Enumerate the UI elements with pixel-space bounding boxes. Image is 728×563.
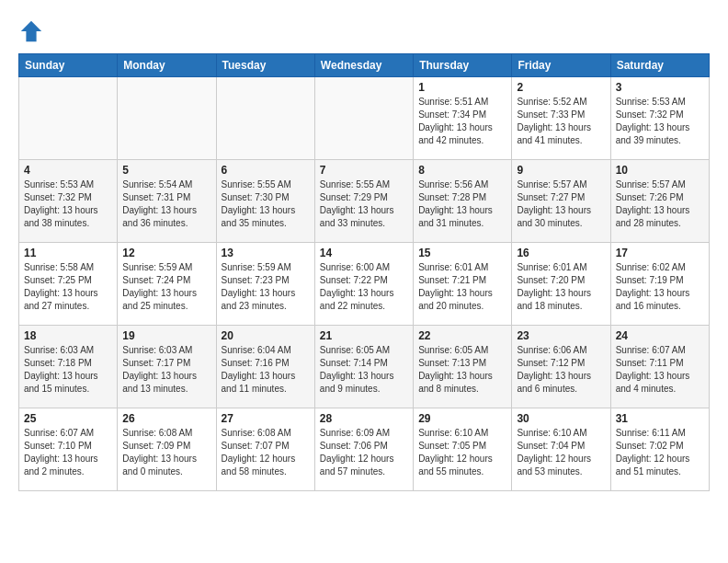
day-info: Sunrise: 6:00 AMSunset: 7:22 PMDaylight:… <box>320 261 408 313</box>
calendar-header-wednesday: Wednesday <box>314 54 413 77</box>
calendar-week-row: 1Sunrise: 5:51 AMSunset: 7:34 PMDaylight… <box>19 77 710 160</box>
day-number: 6 <box>222 164 310 177</box>
day-info: Sunrise: 5:57 AMSunset: 7:26 PMDaylight:… <box>616 178 704 230</box>
day-number: 7 <box>320 164 408 177</box>
day-number: 30 <box>517 412 605 425</box>
calendar-header-tuesday: Tuesday <box>216 54 314 77</box>
calendar-header-thursday: Thursday <box>414 54 512 77</box>
day-number: 15 <box>418 247 506 259</box>
calendar-cell: 24Sunrise: 6:07 AMSunset: 7:11 PMDayligh… <box>610 326 709 408</box>
calendar-cell: 5Sunrise: 5:54 AMSunset: 7:31 PMDaylight… <box>118 160 216 243</box>
day-info: Sunrise: 6:09 AMSunset: 7:06 PMDaylight:… <box>320 427 408 478</box>
calendar-cell: 19Sunrise: 6:03 AMSunset: 7:17 PMDayligh… <box>118 326 216 408</box>
svg-marker-0 <box>21 21 41 41</box>
calendar-week-row: 11Sunrise: 5:58 AMSunset: 7:25 PMDayligh… <box>19 243 710 326</box>
calendar-cell: 11Sunrise: 5:58 AMSunset: 7:25 PMDayligh… <box>19 243 118 326</box>
day-number: 5 <box>122 164 210 177</box>
day-number: 25 <box>24 412 112 425</box>
day-info: Sunrise: 6:07 AMSunset: 7:10 PMDaylight:… <box>24 427 112 478</box>
calendar-cell: 30Sunrise: 6:10 AMSunset: 7:04 PMDayligh… <box>512 408 610 491</box>
day-info: Sunrise: 6:07 AMSunset: 7:11 PMDaylight:… <box>616 344 704 396</box>
calendar-cell: 27Sunrise: 6:08 AMSunset: 7:07 PMDayligh… <box>216 408 314 491</box>
day-number: 14 <box>320 247 408 259</box>
day-number: 11 <box>24 247 112 259</box>
calendar-cell: 3Sunrise: 5:53 AMSunset: 7:32 PMDaylight… <box>610 77 709 160</box>
day-info: Sunrise: 6:10 AMSunset: 7:04 PMDaylight:… <box>517 427 605 478</box>
day-info: Sunrise: 5:56 AMSunset: 7:28 PMDaylight:… <box>418 178 506 230</box>
calendar-cell: 28Sunrise: 6:09 AMSunset: 7:06 PMDayligh… <box>314 408 413 491</box>
calendar-header-monday: Monday <box>118 54 216 77</box>
calendar-week-row: 25Sunrise: 6:07 AMSunset: 7:10 PMDayligh… <box>19 408 710 491</box>
calendar-cell <box>118 77 216 160</box>
day-number: 21 <box>320 329 408 342</box>
day-info: Sunrise: 5:51 AMSunset: 7:34 PMDaylight:… <box>418 96 506 147</box>
day-number: 22 <box>418 329 506 342</box>
day-info: Sunrise: 6:11 AMSunset: 7:02 PMDaylight:… <box>616 427 704 478</box>
day-number: 13 <box>222 247 310 259</box>
calendar-cell: 31Sunrise: 6:11 AMSunset: 7:02 PMDayligh… <box>610 408 709 491</box>
day-info: Sunrise: 5:59 AMSunset: 7:24 PMDaylight:… <box>122 261 210 313</box>
calendar-header-friday: Friday <box>512 54 610 77</box>
calendar-cell: 16Sunrise: 6:01 AMSunset: 7:20 PMDayligh… <box>512 243 610 326</box>
day-info: Sunrise: 5:59 AMSunset: 7:23 PMDaylight:… <box>222 261 310 313</box>
calendar-cell: 26Sunrise: 6:08 AMSunset: 7:09 PMDayligh… <box>118 408 216 491</box>
calendar-cell: 7Sunrise: 5:55 AMSunset: 7:29 PMDaylight… <box>314 160 413 243</box>
day-number: 10 <box>616 164 704 177</box>
calendar-cell: 21Sunrise: 6:05 AMSunset: 7:14 PMDayligh… <box>314 326 413 408</box>
day-number: 16 <box>517 247 605 259</box>
day-number: 2 <box>517 81 605 94</box>
calendar-cell: 12Sunrise: 5:59 AMSunset: 7:24 PMDayligh… <box>118 243 216 326</box>
calendar-header-row: SundayMondayTuesdayWednesdayThursdayFrid… <box>19 54 710 77</box>
calendar-cell: 9Sunrise: 5:57 AMSunset: 7:27 PMDaylight… <box>512 160 610 243</box>
calendar-cell: 25Sunrise: 6:07 AMSunset: 7:10 PMDayligh… <box>19 408 118 491</box>
day-info: Sunrise: 6:06 AMSunset: 7:12 PMDaylight:… <box>517 344 605 396</box>
calendar-cell: 1Sunrise: 5:51 AMSunset: 7:34 PMDaylight… <box>414 77 512 160</box>
day-info: Sunrise: 6:01 AMSunset: 7:21 PMDaylight:… <box>418 261 506 313</box>
page-header <box>18 18 710 44</box>
calendar-cell: 15Sunrise: 6:01 AMSunset: 7:21 PMDayligh… <box>414 243 512 326</box>
calendar-cell: 22Sunrise: 6:05 AMSunset: 7:13 PMDayligh… <box>414 326 512 408</box>
calendar-cell <box>314 77 413 160</box>
day-info: Sunrise: 5:55 AMSunset: 7:30 PMDaylight:… <box>222 178 310 230</box>
day-info: Sunrise: 6:08 AMSunset: 7:09 PMDaylight:… <box>122 427 210 478</box>
logo <box>18 18 48 44</box>
day-number: 3 <box>616 81 704 94</box>
day-info: Sunrise: 5:53 AMSunset: 7:32 PMDaylight:… <box>24 178 112 230</box>
day-info: Sunrise: 5:58 AMSunset: 7:25 PMDaylight:… <box>24 261 112 313</box>
day-number: 9 <box>517 164 605 177</box>
day-info: Sunrise: 5:54 AMSunset: 7:31 PMDaylight:… <box>122 178 210 230</box>
day-info: Sunrise: 6:01 AMSunset: 7:20 PMDaylight:… <box>517 261 605 313</box>
day-info: Sunrise: 5:57 AMSunset: 7:27 PMDaylight:… <box>517 178 605 230</box>
day-number: 4 <box>24 164 112 177</box>
calendar-week-row: 18Sunrise: 6:03 AMSunset: 7:18 PMDayligh… <box>19 326 710 408</box>
calendar: SundayMondayTuesdayWednesdayThursdayFrid… <box>18 53 710 491</box>
day-info: Sunrise: 6:02 AMSunset: 7:19 PMDaylight:… <box>616 261 704 313</box>
day-number: 28 <box>320 412 408 425</box>
calendar-cell: 2Sunrise: 5:52 AMSunset: 7:33 PMDaylight… <box>512 77 610 160</box>
logo-icon <box>18 18 44 44</box>
day-number: 24 <box>616 329 704 342</box>
day-number: 17 <box>616 247 704 259</box>
day-info: Sunrise: 5:55 AMSunset: 7:29 PMDaylight:… <box>320 178 408 230</box>
calendar-cell: 29Sunrise: 6:10 AMSunset: 7:05 PMDayligh… <box>414 408 512 491</box>
calendar-cell: 17Sunrise: 6:02 AMSunset: 7:19 PMDayligh… <box>610 243 709 326</box>
day-info: Sunrise: 6:05 AMSunset: 7:13 PMDaylight:… <box>418 344 506 396</box>
day-info: Sunrise: 6:08 AMSunset: 7:07 PMDaylight:… <box>222 427 310 478</box>
calendar-week-row: 4Sunrise: 5:53 AMSunset: 7:32 PMDaylight… <box>19 160 710 243</box>
day-number: 1 <box>418 81 506 94</box>
calendar-cell <box>216 77 314 160</box>
day-number: 20 <box>222 329 310 342</box>
day-number: 8 <box>418 164 506 177</box>
day-info: Sunrise: 6:10 AMSunset: 7:05 PMDaylight:… <box>418 427 506 478</box>
calendar-cell <box>19 77 118 160</box>
day-number: 18 <box>24 329 112 342</box>
day-number: 23 <box>517 329 605 342</box>
calendar-cell: 8Sunrise: 5:56 AMSunset: 7:28 PMDaylight… <box>414 160 512 243</box>
day-info: Sunrise: 6:05 AMSunset: 7:14 PMDaylight:… <box>320 344 408 396</box>
day-number: 12 <box>122 247 210 259</box>
day-number: 26 <box>122 412 210 425</box>
calendar-cell: 20Sunrise: 6:04 AMSunset: 7:16 PMDayligh… <box>216 326 314 408</box>
calendar-cell: 23Sunrise: 6:06 AMSunset: 7:12 PMDayligh… <box>512 326 610 408</box>
calendar-cell: 4Sunrise: 5:53 AMSunset: 7:32 PMDaylight… <box>19 160 118 243</box>
calendar-cell: 14Sunrise: 6:00 AMSunset: 7:22 PMDayligh… <box>314 243 413 326</box>
